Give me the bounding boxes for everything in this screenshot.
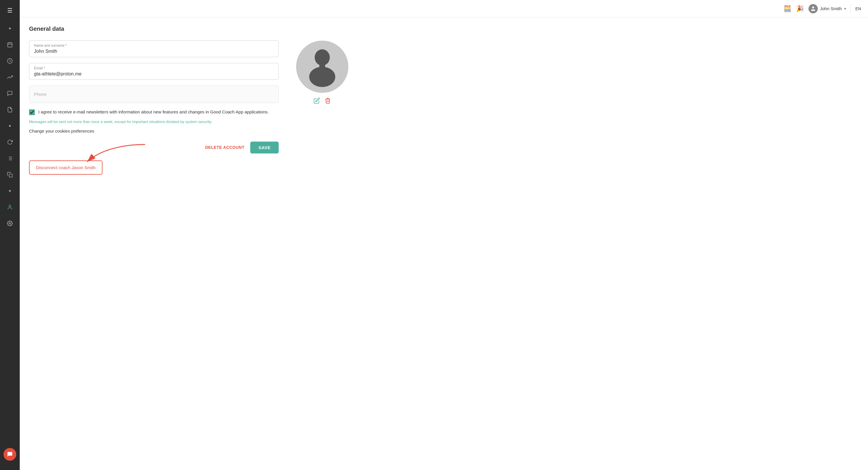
save-button[interactable]: SAVE bbox=[250, 142, 279, 154]
sidebar-item-dot2 bbox=[5, 121, 15, 131]
email-label: Email * bbox=[34, 66, 274, 70]
name-field: Name and surname * bbox=[29, 40, 279, 57]
header-divider bbox=[850, 4, 851, 13]
svg-rect-11 bbox=[9, 174, 12, 177]
avatar-edit-button[interactable] bbox=[313, 98, 320, 105]
chat-bubble-button[interactable] bbox=[3, 448, 16, 461]
delete-account-button[interactable]: DELETE ACCOUNT bbox=[205, 145, 245, 150]
sidebar-item-chat[interactable] bbox=[5, 88, 15, 99]
cookies-link[interactable]: Change your cookies preferences bbox=[29, 129, 279, 133]
sidebar-item-user[interactable] bbox=[5, 202, 15, 212]
avatar-actions bbox=[313, 98, 331, 105]
sidebar: ☰ bbox=[0, 0, 20, 470]
email-field-wrapper[interactable]: Email * bbox=[29, 63, 279, 80]
newsletter-note: Messages will be sent not more than once… bbox=[29, 120, 279, 124]
svg-point-14 bbox=[812, 6, 814, 8]
form-section: General data Name and surname * Email * … bbox=[29, 18, 279, 461]
newsletter-label: I agree to receive e-mail newsletters wi… bbox=[38, 109, 269, 115]
name-input[interactable] bbox=[34, 49, 274, 54]
calculator-icon[interactable]: 🧮 bbox=[783, 5, 792, 12]
disconnect-coach-button[interactable]: Disconnect coach Jason Smith bbox=[29, 161, 102, 175]
main-wrapper: 🧮 🎉 John Smith ▾ EN General data Name an… bbox=[20, 0, 868, 470]
svg-point-18 bbox=[309, 67, 335, 87]
sidebar-item-refresh[interactable] bbox=[5, 137, 15, 147]
svg-point-12 bbox=[9, 205, 11, 207]
profile-avatar bbox=[296, 41, 348, 93]
sidebar-item-settings[interactable] bbox=[5, 218, 15, 229]
action-row: DELETE ACCOUNT SAVE bbox=[29, 142, 279, 154]
sidebar-bottom bbox=[3, 448, 16, 465]
menu-icon[interactable]: ☰ bbox=[5, 5, 15, 16]
sidebar-item-report[interactable] bbox=[5, 56, 15, 66]
header-username: John Smith bbox=[820, 6, 842, 11]
section-title: General data bbox=[29, 18, 279, 32]
header: 🧮 🎉 John Smith ▾ EN bbox=[20, 0, 868, 18]
email-field: Email * bbox=[29, 63, 279, 80]
phone-field: Phone bbox=[29, 86, 279, 103]
sidebar-item-list[interactable] bbox=[5, 153, 15, 164]
email-input[interactable] bbox=[34, 71, 274, 76]
name-field-wrapper[interactable]: Name and surname * bbox=[29, 40, 279, 57]
disconnect-section: Disconnect coach Jason Smith bbox=[29, 161, 279, 175]
name-label: Name and surname * bbox=[34, 43, 274, 47]
chevron-down-icon: ▾ bbox=[844, 7, 846, 11]
svg-point-13 bbox=[9, 223, 11, 224]
svg-rect-0 bbox=[8, 43, 12, 47]
svg-point-16 bbox=[315, 49, 330, 66]
sidebar-item-document[interactable] bbox=[5, 104, 15, 115]
avatar-section bbox=[296, 18, 348, 461]
sidebar-item-calendar[interactable] bbox=[5, 39, 15, 50]
sidebar-item-trending[interactable] bbox=[5, 72, 15, 82]
language-selector[interactable]: EN bbox=[856, 6, 861, 11]
avatar-silhouette bbox=[305, 46, 340, 87]
sidebar-item-dot3 bbox=[5, 186, 15, 196]
sidebar-nav bbox=[5, 23, 15, 448]
phone-field-wrapper[interactable]: Phone bbox=[29, 86, 279, 103]
content-area: General data Name and surname * Email * … bbox=[20, 18, 868, 470]
header-user[interactable]: John Smith ▾ bbox=[808, 4, 846, 13]
avatar bbox=[808, 4, 818, 13]
sidebar-item-copy[interactable] bbox=[5, 169, 15, 180]
phone-label: Phone bbox=[34, 92, 46, 97]
sidebar-item-dot1 bbox=[5, 23, 15, 34]
avatar-delete-button[interactable] bbox=[324, 98, 331, 105]
party-icon[interactable]: 🎉 bbox=[796, 5, 804, 12]
newsletter-checkbox-row: I agree to receive e-mail newsletters wi… bbox=[29, 109, 279, 115]
newsletter-checkbox[interactable] bbox=[29, 109, 35, 115]
